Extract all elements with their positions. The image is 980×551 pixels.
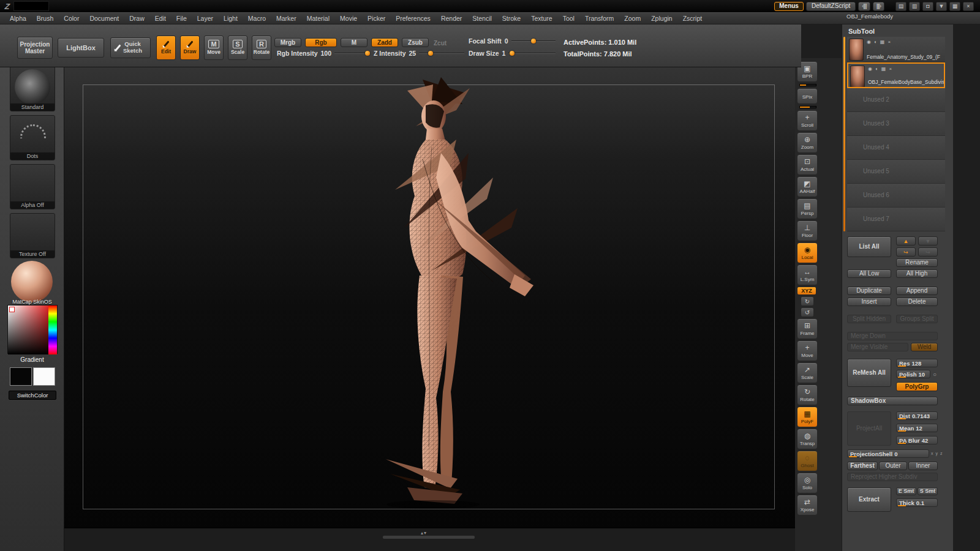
lock-icon[interactable]: ◘ (922, 2, 933, 11)
farthest-button[interactable]: Farthest (847, 462, 878, 470)
menu-transform[interactable]: Transform (585, 15, 614, 22)
lsym-button[interactable]: ↔ L.Sym (797, 264, 818, 285)
scroll-arrows-icon[interactable]: ▴▾ (421, 530, 427, 536)
viewport-canvas[interactable] (64, 67, 796, 528)
draw-button[interactable]: Draw (180, 36, 200, 60)
polypaint-icon[interactable]: ▦ (880, 39, 885, 45)
xpose-button[interactable]: ⇄ Xpose (797, 495, 818, 515)
subtool-item-selected[interactable]: ◉ ◐ ▦ × OBJ_FemaleBodyBase_Subdivis (847, 62, 945, 88)
menu-file[interactable]: File (176, 15, 187, 22)
thick-slider[interactable]: Thick0.1 (896, 498, 938, 507)
menu-texture[interactable]: Texture (531, 15, 552, 22)
color-sv-area[interactable] (8, 305, 50, 354)
alpha-selector[interactable]: Alpha Off (10, 164, 55, 209)
insert-button[interactable]: Insert (847, 298, 891, 306)
quick-sketch-button[interactable]: Quick Sketch (110, 37, 151, 58)
interface-scroll-right-button[interactable]: ||||› (873, 2, 884, 11)
menu-marker[interactable]: Marker (276, 15, 296, 22)
polish-slider[interactable]: Polish10 (896, 370, 930, 378)
list-all-button[interactable]: List All (847, 236, 891, 257)
remove-icon[interactable]: × (889, 66, 892, 72)
zsub-button[interactable]: Zsub (402, 38, 429, 47)
zoom-button[interactable]: ⊕ Zoom (797, 132, 818, 153)
minimize-icon[interactable]: ▼ (936, 2, 947, 11)
delete-button[interactable]: Delete (896, 298, 938, 306)
split-hidden-button[interactable]: Split Hidden (847, 315, 891, 323)
polygrp-button[interactable]: PolyGrp (896, 382, 938, 391)
rgb-intensity-thumb[interactable] (365, 51, 370, 56)
duplicate-button[interactable]: Duplicate (847, 287, 891, 295)
local-button[interactable]: ◉ Local (797, 242, 818, 263)
z-intensity-slider[interactable]: Z Intensity 25 (374, 49, 464, 58)
menu-stroke[interactable]: Stroke (502, 15, 521, 22)
menu-material[interactable]: Material (307, 15, 330, 22)
secondary-color-swatch[interactable] (33, 367, 55, 386)
gradient-label[interactable]: Gradient (0, 356, 64, 363)
move-canvas-button[interactable]: + Move (797, 340, 818, 361)
menu-light[interactable]: Light (224, 15, 238, 22)
rgb-button[interactable]: Rgb (305, 38, 337, 47)
interface-scroll-left-button[interactable]: ‹|||| (858, 2, 870, 11)
xyz-button[interactable]: XYZ (797, 287, 816, 295)
reproject-higher-subdiv-button[interactable]: Reproject Higher Subdiv (847, 473, 938, 481)
material-selector[interactable] (11, 261, 53, 302)
subtool-item[interactable]: ◉ ◐ ▦ × Female_Anatomy_Study_09_(F (847, 37, 945, 62)
merge-visible-button[interactable]: Merge Visible (847, 343, 908, 351)
rgb-intensity-slider[interactable]: Rgb Intensity 100 (277, 49, 369, 58)
move-button[interactable]: M Move (204, 36, 224, 60)
menu-zoom[interactable]: Zoom (624, 15, 641, 22)
switch-color-button[interactable]: SwitchColor (9, 391, 56, 400)
subtool-item[interactable]: Unused 5 (847, 160, 945, 184)
remesh-all-button[interactable]: ReMesh All (847, 359, 891, 387)
menu-movie[interactable]: Movie (340, 15, 357, 22)
frame-button[interactable]: ⊞ Frame (797, 318, 818, 339)
extract-button[interactable]: Extract (847, 487, 891, 512)
focal-shift-slider[interactable]: Focal Shift 0 (469, 37, 556, 45)
focal-shift-track[interactable] (511, 40, 556, 42)
menu-brush[interactable]: Brush (37, 15, 53, 22)
horizontal-scrollbar[interactable] (383, 536, 475, 539)
load-config-icon[interactable]: ▥ (909, 2, 920, 11)
mean-slider[interactable]: Mean12 (896, 424, 938, 432)
rotate-canvas-button[interactable]: ↻ Rotate (797, 384, 818, 405)
scroll-button[interactable]: + Scroll (797, 110, 818, 131)
project-all-button[interactable]: ProjectAll (847, 411, 891, 446)
actual-button[interactable]: ⊡ Actual (797, 154, 818, 175)
subtool-up-button[interactable]: ▲ (896, 236, 916, 246)
ghost-button[interactable]: ◌ Ghost (797, 451, 818, 471)
transp-button[interactable]: ◍ Transp (797, 429, 818, 449)
shade-icon[interactable]: ◐ (874, 39, 877, 45)
rotate-button[interactable]: R Rotate (252, 36, 271, 60)
merge-down-button[interactable]: Merge Down (847, 332, 938, 340)
z-intensity-track[interactable] (419, 53, 464, 54)
store-config-icon[interactable]: ▤ (895, 2, 907, 11)
brush-selector[interactable]: Standard (10, 66, 55, 111)
lightbox-button[interactable]: LightBox (58, 38, 104, 58)
draw-size-thumb[interactable] (510, 51, 514, 56)
aahalf-button[interactable]: ◩ AAHalf (797, 176, 818, 197)
append-button[interactable]: Append (896, 287, 938, 295)
scale-canvas-button[interactable]: ↗ Scale (797, 362, 818, 383)
texture-selector[interactable]: Texture Off (10, 213, 55, 258)
dist-slider[interactable]: Dist0.7143 (896, 411, 938, 420)
rgb-intensity-track[interactable] (334, 53, 369, 54)
main-color-swatch[interactable] (10, 367, 32, 386)
shell-xyz-toggle[interactable]: x y z (931, 451, 943, 455)
subtool-scrollbar[interactable] (843, 37, 845, 231)
spin-right-button[interactable]: ↻ (801, 296, 814, 306)
subtool-section-header[interactable]: SubTool (848, 28, 875, 35)
menu-layer[interactable]: Layer (197, 15, 213, 22)
z-intensity-thumb[interactable] (428, 51, 433, 56)
polyf-button[interactable]: ▦ PolyF (797, 407, 818, 427)
eye-icon[interactable]: ◉ (868, 66, 872, 72)
spix-button[interactable]: SPix (797, 88, 818, 104)
menu-tool[interactable]: Tool (563, 15, 575, 22)
menu-picker[interactable]: Picker (368, 15, 385, 22)
m-button[interactable]: M (341, 38, 368, 47)
shadowbox-button[interactable]: ShadowBox (847, 397, 938, 405)
rename-button[interactable]: Rename (896, 258, 938, 267)
menu-document[interactable]: Document (89, 15, 119, 22)
menu-preferences[interactable]: Preferences (396, 15, 431, 22)
zadd-button[interactable]: Zadd (371, 38, 398, 47)
menu-color[interactable]: Color (64, 15, 79, 22)
